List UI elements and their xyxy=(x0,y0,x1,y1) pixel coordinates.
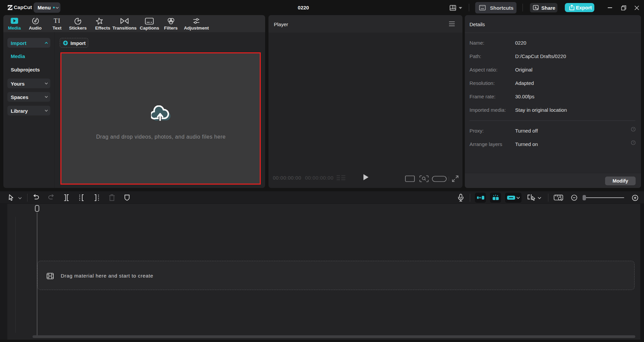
svg-text:?: ? xyxy=(633,128,634,131)
svg-text:?: ? xyxy=(633,141,634,144)
